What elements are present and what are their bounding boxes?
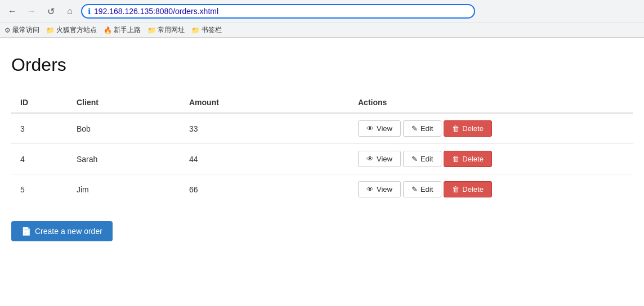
bookmark-label-4: 常用网址 <box>158 25 185 35</box>
url-input[interactable] <box>94 7 468 16</box>
cell-id-3: 5 <box>11 174 68 205</box>
action-buttons-1: 👁 View ✎ Edit 🗑 Delete <box>358 120 624 137</box>
col-header-id: ID <box>11 92 68 113</box>
forward-button[interactable]: → <box>24 3 39 19</box>
browser-toolbar: ← → ↺ ⌂ ℹ <box>0 0 644 22</box>
edit-button-2[interactable]: ✎ Edit <box>403 151 441 167</box>
address-bar: ℹ <box>81 4 475 19</box>
table-body: 3 Bob 33 👁 View ✎ Edit 🗑 <box>11 113 633 204</box>
reload-button[interactable]: ↺ <box>43 3 59 19</box>
delete-button-2[interactable]: 🗑 Delete <box>444 151 492 167</box>
bookmark-item-4[interactable]: 📁 常用网址 <box>147 25 185 35</box>
orders-table: ID Client Amount Actions 3 Bob 33 👁 View <box>11 92 633 204</box>
eye-icon-1: 👁 <box>366 124 374 133</box>
trash-icon-3: 🗑 <box>452 185 459 194</box>
action-buttons-3: 👁 View ✎ Edit 🗑 Delete <box>358 181 624 197</box>
cell-id-1: 3 <box>11 113 68 144</box>
table-row: 5 Jim 66 👁 View ✎ Edit 🗑 <box>11 174 633 205</box>
cell-client-3: Jim <box>68 174 180 205</box>
browser-chrome: ← → ↺ ⌂ ℹ ⚙ 最常访问 📁 火狐官方站点 🔥 新手上路 📁 常用网址 … <box>0 0 644 38</box>
cell-id-2: 4 <box>11 144 68 174</box>
bookmark-item-2[interactable]: 📁 火狐官方站点 <box>46 25 97 35</box>
eye-icon-2: 👁 <box>366 155 374 163</box>
table-row: 3 Bob 33 👁 View ✎ Edit 🗑 <box>11 113 633 144</box>
col-header-client: Client <box>68 92 180 113</box>
cell-actions-2: 👁 View ✎ Edit 🗑 Delete <box>349 144 633 174</box>
edit-label-2: Edit <box>421 155 433 163</box>
delete-button-3[interactable]: 🗑 Delete <box>444 181 492 197</box>
cell-amount-2: 44 <box>180 144 349 174</box>
bookmark-label-5: 书签栏 <box>202 25 222 35</box>
gear-icon: ⚙ <box>5 26 11 34</box>
edit-label-3: Edit <box>421 185 433 194</box>
edit-button-1[interactable]: ✎ Edit <box>403 120 441 137</box>
home-button[interactable]: ⌂ <box>62 3 78 19</box>
create-button-label: Create a new order <box>35 227 102 236</box>
back-button[interactable]: ← <box>5 3 20 19</box>
delete-label-2: Delete <box>462 155 484 163</box>
create-new-order-button[interactable]: 📄 Create a new order <box>11 221 113 241</box>
delete-label-1: Delete <box>462 124 484 133</box>
edit-icon-2: ✎ <box>412 155 418 163</box>
bookmark-label-3: 新手上路 <box>114 25 141 35</box>
cell-client-2: Sarah <box>68 144 180 174</box>
edit-button-3[interactable]: ✎ Edit <box>403 181 441 197</box>
bookmark-item-5[interactable]: 📁 书签栏 <box>191 25 222 35</box>
view-button-1[interactable]: 👁 View <box>358 120 401 137</box>
edit-icon-1: ✎ <box>412 124 418 133</box>
bookmark-item-1[interactable]: ⚙ 最常访问 <box>5 25 39 35</box>
cell-actions-3: 👁 View ✎ Edit 🗑 Delete <box>349 174 633 205</box>
col-header-amount: Amount <box>180 92 349 113</box>
delete-button-1[interactable]: 🗑 Delete <box>444 120 492 137</box>
cell-actions-1: 👁 View ✎ Edit 🗑 Delete <box>349 113 633 144</box>
page-title: Orders <box>11 55 633 75</box>
folder-icon-3: 📁 <box>191 26 200 34</box>
view-button-3[interactable]: 👁 View <box>358 181 401 197</box>
cell-client-1: Bob <box>68 113 180 144</box>
table-row: 4 Sarah 44 👁 View ✎ Edit 🗑 <box>11 144 633 174</box>
cell-amount-3: 66 <box>180 174 349 205</box>
table-header-row: ID Client Amount Actions <box>11 92 633 113</box>
edit-icon-3: ✎ <box>412 185 418 194</box>
view-label-3: View <box>377 185 392 194</box>
action-buttons-2: 👁 View ✎ Edit 🗑 Delete <box>358 151 624 167</box>
cell-amount-1: 33 <box>180 113 349 144</box>
info-icon: ℹ <box>88 7 91 16</box>
view-label-1: View <box>377 124 392 133</box>
trash-icon-2: 🗑 <box>452 155 459 163</box>
bookmarks-bar: ⚙ 最常访问 📁 火狐官方站点 🔥 新手上路 📁 常用网址 📁 书签栏 <box>0 22 644 37</box>
edit-label-1: Edit <box>421 124 433 133</box>
bookmark-label-1: 最常访问 <box>12 25 39 35</box>
delete-label-3: Delete <box>462 185 484 194</box>
table-header: ID Client Amount Actions <box>11 92 633 113</box>
view-button-2[interactable]: 👁 View <box>358 151 401 167</box>
trash-icon-1: 🗑 <box>452 124 459 133</box>
file-icon: 📄 <box>21 227 31 236</box>
page-content: Orders ID Client Amount Actions 3 Bob 33… <box>0 38 644 253</box>
view-label-2: View <box>377 155 392 163</box>
folder-icon-2: 📁 <box>147 26 156 34</box>
folder-icon-1: 📁 <box>46 26 55 34</box>
bookmark-item-3[interactable]: 🔥 新手上路 <box>104 25 141 35</box>
bookmark-label-2: 火狐官方站点 <box>56 25 97 35</box>
eye-icon-3: 👁 <box>366 185 374 194</box>
col-header-actions: Actions <box>349 92 633 113</box>
firefox-icon: 🔥 <box>104 26 112 34</box>
